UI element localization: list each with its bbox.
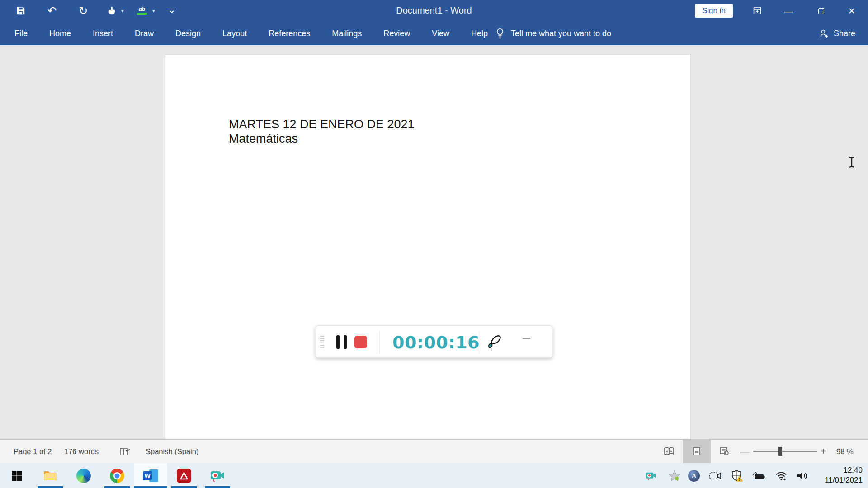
sign-in-button[interactable]: Sign in: [695, 4, 733, 18]
tell-me-box[interactable]: Tell me what you want to do: [495, 22, 611, 45]
taskbar-clock[interactable]: 12:40 11/01/2021: [825, 465, 863, 485]
running-indicator: [38, 486, 63, 488]
zoom-in-button[interactable]: +: [817, 440, 829, 463]
ribbon-tab-row: File Home Insert Draw Design Layout Refe…: [0, 22, 868, 45]
undo-button[interactable]: ↶: [46, 5, 58, 17]
document-line-1: MARTES 12 DE ENERO DE 2021: [229, 117, 415, 131]
proofing-status-button[interactable]: [118, 446, 131, 459]
tray-security-shield-icon[interactable]: [731, 469, 743, 482]
proofing-book-icon: [118, 446, 131, 457]
recording-timer: 00:00:16: [392, 333, 478, 352]
lightbulb-icon: [495, 28, 505, 40]
redo-button[interactable]: ↻: [77, 5, 90, 17]
tray-a-app-icon[interactable]: A: [688, 470, 700, 482]
save-button[interactable]: [14, 5, 27, 17]
taskbar-edge[interactable]: [67, 463, 100, 488]
tab-home[interactable]: Home: [38, 22, 82, 45]
ribbon-display-options-icon: [753, 6, 762, 15]
taskbar: W: [0, 463, 868, 488]
word-count[interactable]: 176 words: [64, 440, 99, 463]
tab-help[interactable]: Help: [460, 22, 499, 45]
running-indicator: [205, 486, 230, 488]
taskbar-file-explorer[interactable]: [33, 463, 67, 488]
clock-time: 12:40: [825, 465, 863, 475]
customize-qat-button[interactable]: [165, 5, 178, 17]
highlight-icon: ab: [137, 7, 147, 15]
running-indicator: [134, 486, 167, 488]
acrobat-icon: [177, 469, 191, 483]
restore-icon: [818, 8, 824, 14]
highlight-dropdown-caret[interactable]: ▾: [152, 8, 155, 14]
taskbar-word-active[interactable]: W: [134, 463, 167, 488]
close-button[interactable]: ✕: [841, 0, 862, 22]
recorder-divider: [379, 331, 380, 353]
minimize-button[interactable]: —: [778, 0, 799, 22]
tray-star-icon[interactable]: [669, 470, 680, 482]
page-count[interactable]: Page 1 of 2: [14, 440, 52, 463]
customize-qat-icon: [168, 8, 175, 14]
share-person-icon: [819, 28, 830, 39]
share-button[interactable]: Share: [819, 22, 855, 45]
running-indicator: [104, 486, 130, 488]
read-mode-icon: [664, 447, 675, 455]
tab-review[interactable]: Review: [373, 22, 421, 45]
taskbar-screen-recorder[interactable]: [201, 463, 234, 488]
tray-volume-icon[interactable]: [796, 471, 809, 481]
edge-icon: [76, 469, 91, 483]
recording-toolbar: 00:00:16: [315, 325, 553, 358]
tray-battery-icon[interactable]: [752, 471, 765, 480]
brush-icon: [486, 333, 503, 351]
recorder-minimize-button[interactable]: [523, 338, 530, 339]
web-layout-icon: [719, 447, 729, 456]
print-layout-icon: [693, 447, 701, 456]
tab-insert[interactable]: Insert: [82, 22, 124, 45]
tray-recorder-icon[interactable]: [645, 471, 657, 481]
ribbon-tabs: File Home Insert Draw Design Layout Refe…: [4, 22, 499, 45]
taskbar-chrome[interactable]: [100, 463, 134, 488]
tray-wifi-icon[interactable]: [775, 471, 788, 481]
windows-logo-icon: [11, 470, 23, 482]
close-icon: ✕: [848, 7, 855, 15]
draw-annotate-button[interactable]: [486, 333, 503, 352]
zoom-percentage[interactable]: 98 %: [836, 440, 854, 463]
taskbar-acrobat[interactable]: [167, 463, 201, 488]
document-line-2: Matemáticas: [229, 131, 415, 146]
tab-mailings[interactable]: Mailings: [321, 22, 373, 45]
start-button[interactable]: [0, 463, 33, 488]
restore-button[interactable]: [811, 0, 831, 22]
share-label: Share: [834, 29, 855, 38]
chrome-icon: [110, 469, 124, 483]
tab-design[interactable]: Design: [165, 22, 212, 45]
tab-draw[interactable]: Draw: [124, 22, 165, 45]
zoom-out-button[interactable]: —: [739, 440, 750, 463]
tab-view[interactable]: View: [421, 22, 460, 45]
undo-icon: ↶: [47, 5, 57, 16]
save-icon: [16, 6, 26, 16]
ribbon-display-options-button[interactable]: [747, 0, 768, 22]
tray-meet-now-icon[interactable]: [709, 471, 722, 481]
zoom-slider-track[interactable]: [753, 451, 817, 452]
title-bar: ↶ ↻ ▾ ab ▾ Document1 - Word Sign i: [0, 0, 868, 22]
window-title: Document1 - Word: [0, 5, 868, 16]
tab-file[interactable]: File: [4, 22, 38, 45]
tab-layout[interactable]: Layout: [212, 22, 258, 45]
web-layout-button[interactable]: [711, 440, 738, 463]
language-status[interactable]: Spanish (Spain): [146, 440, 198, 463]
tab-references[interactable]: References: [258, 22, 321, 45]
recorder-divider: [479, 331, 479, 353]
touch-hand-icon: [107, 6, 117, 16]
touch-mode-dropdown-caret[interactable]: ▾: [121, 8, 124, 14]
pause-recording-button[interactable]: [336, 335, 347, 349]
print-layout-button[interactable]: [683, 440, 711, 463]
touch-mouse-mode-button[interactable]: [105, 5, 118, 17]
tell-me-label: Tell me what you want to do: [511, 29, 611, 38]
read-mode-button[interactable]: [656, 440, 683, 463]
text-cursor-ibeam: [848, 156, 855, 169]
stop-recording-button[interactable]: [354, 336, 367, 348]
document-page[interactable]: MARTES 12 DE ENERO DE 2021 Matemáticas: [165, 54, 691, 439]
highlight-color-button[interactable]: ab: [136, 5, 148, 17]
recorder-drag-handle[interactable]: [320, 336, 324, 348]
zoom-slider-thumb[interactable]: [778, 447, 782, 456]
word-icon: W: [143, 469, 158, 483]
clock-date: 11/01/2021: [825, 475, 863, 485]
